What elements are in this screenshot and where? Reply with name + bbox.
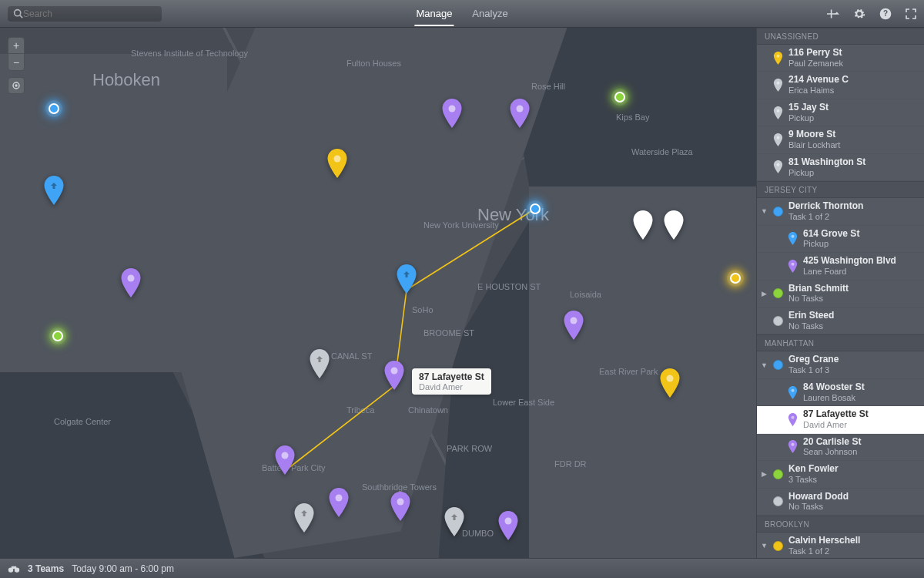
svg-point-24 [776,109,779,112]
task-row[interactable]: 614 Grove StPickup [757,226,924,253]
map-pin[interactable] [328,488,350,517]
map-pin[interactable] [396,264,417,294]
task-row[interactable]: 15 Jay StPickup [757,99,924,126]
svg-line-1 [20,15,22,18]
map-pin[interactable] [441,99,463,128]
driver-row[interactable]: ▼Greg CraneTask 1 of 3 [757,351,924,378]
row-title: Derrick Thornton [788,201,863,212]
map-pin[interactable] [326,149,348,178]
map-pin[interactable] [390,492,411,521]
row-subtitle: David Amer [803,420,869,430]
task-row[interactable]: 425 Washington BlvdLane Foard [757,253,924,280]
task-row[interactable]: 81 Washington StPickup [757,154,924,181]
svg-rect-36 [12,566,16,568]
driver-marker[interactable] [52,331,63,341]
map-pin[interactable] [632,210,654,240]
svg-point-14 [336,495,343,502]
map-pin[interactable] [509,99,531,128]
pin-icon [788,232,798,245]
help-icon[interactable]: ? [879,8,892,20]
task-row[interactable]: 87 Lafayette StDavid Amer [757,406,924,433]
map-pin[interactable] [444,507,465,536]
row-subtitle: Blair Lockhart [788,140,840,150]
row-subtitle: Task 1 of 2 [788,546,860,556]
disclosure-icon[interactable]: ▼ [761,361,768,369]
zoom-in-button[interactable]: + [8,38,24,54]
driver-dot-icon [773,316,783,326]
row-title: Greg Crane [788,355,839,365]
search-input[interactable] [23,8,156,19]
driver-dot-icon [773,469,783,479]
svg-point-25 [776,136,779,139]
svg-point-31 [791,443,794,446]
row-subtitle: Sean Johnson [803,447,861,457]
map-pin[interactable] [293,503,315,533]
fullscreen-icon[interactable] [906,8,916,19]
task-row[interactable]: 214 Avenue CErica Haims [757,72,924,99]
row-subtitle: Pickup [788,113,829,123]
driver-marker[interactable] [530,203,541,214]
map-pin[interactable] [497,511,519,540]
map-pin[interactable] [120,268,142,297]
disclosure-icon[interactable]: ▼ [761,542,768,549]
pin-icon [773,133,783,146]
search-field[interactable] [8,6,162,22]
gear-icon[interactable] [853,8,865,20]
task-row[interactable]: 84 Wooster StLauren Bosak [757,379,924,406]
map-pin[interactable] [274,445,296,475]
row-title: 15 Jay St [788,102,829,113]
svg-point-8 [667,375,674,382]
time-window[interactable]: Today 9:00 am - 6:00 pm [72,563,174,574]
binoculars-icon[interactable] [8,564,20,573]
task-row[interactable]: 20 Carlisle StSean Johnson [757,434,924,461]
map-pin[interactable] [383,361,405,390]
driver-marker[interactable] [730,273,741,284]
pin-icon [788,440,798,453]
row-subtitle: Lauren Bosak [803,393,865,403]
tab-analyze[interactable]: Analyze [470,2,509,26]
pin-icon [773,79,783,92]
driver-row[interactable]: ▶Brian SchmittNo Tasks [757,281,924,307]
tab-manage[interactable]: Manage [414,2,454,26]
row-title: 84 Wooster St [803,382,865,393]
row-title: Erin Steed [788,311,834,321]
svg-text:?: ? [883,9,888,18]
svg-point-12 [391,368,398,375]
driver-row[interactable]: ▶Ken Fowler3 Tasks [757,461,924,488]
svg-point-9 [449,106,456,113]
svg-point-7 [334,156,341,163]
section-header: MANHATTAN [757,334,924,351]
svg-point-13 [282,452,289,459]
map-pin[interactable] [309,349,330,378]
driver-row[interactable]: ▼Calvin HerschellTask 1 of 2 [757,533,924,558]
row-subtitle: Erica Haims [788,86,849,96]
task-row[interactable]: 116 Perry StPaul Zemanek [757,45,924,72]
svg-point-29 [791,388,794,391]
zoom-out-button[interactable]: − [8,54,24,70]
driver-row[interactable]: Howard DoddNo Tasks [757,489,924,516]
disclosure-icon[interactable]: ▶ [761,290,768,297]
svg-point-10 [517,106,524,113]
disclosure-icon[interactable]: ▼ [761,207,768,215]
teams-count[interactable]: 3 Teams [28,563,64,574]
driver-marker[interactable] [614,92,625,102]
row-subtitle: Paul Zemanek [788,59,843,69]
driver-row[interactable]: Erin SteedNo Tasks [757,307,924,334]
svg-point-26 [776,163,779,166]
task-sidebar[interactable]: UNASSIGNED116 Perry StPaul Zemanek214 Av… [756,28,924,558]
section-header: JERSEY CITY [757,181,924,198]
task-row[interactable]: 9 Moore StBlair Lockhart [757,126,924,153]
pin-icon [788,386,798,399]
add-icon[interactable] [827,8,839,19]
map-pin[interactable] [659,368,681,398]
driver-marker[interactable] [49,103,59,114]
section-header: BROOKLYN [757,516,924,533]
map-pin[interactable] [663,210,685,240]
map-pin[interactable] [43,176,65,205]
row-title: 81 Washington St [788,157,865,168]
driver-row[interactable]: ▼Derrick ThorntonTask 1 of 2 [757,198,924,225]
map-pin[interactable] [563,311,584,340]
map-canvas[interactable]: HobokenNew YorkStevens Institute of Tech… [0,28,756,558]
locate-button[interactable] [8,77,25,94]
disclosure-icon[interactable]: ▶ [761,470,768,478]
